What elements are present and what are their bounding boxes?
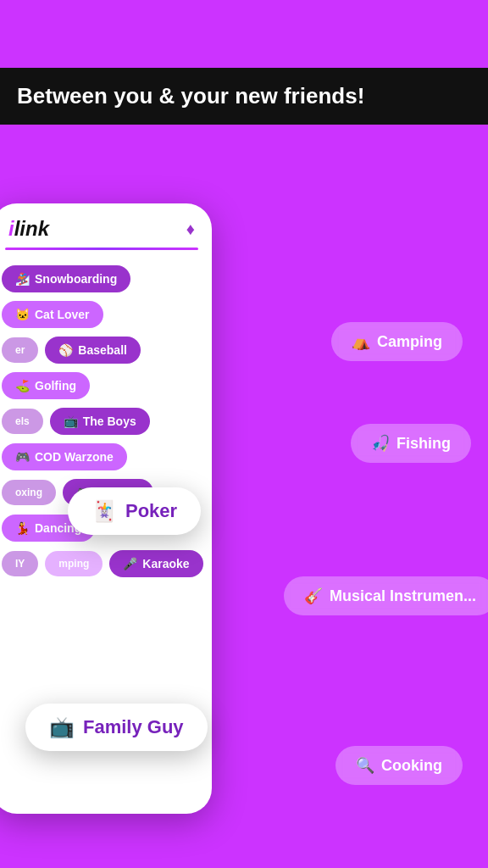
karaoke-label: Karaoke <box>142 557 189 570</box>
interest-golfing[interactable]: ⛳ Golfing <box>2 372 90 399</box>
dancing-emoji: 💃 <box>15 521 30 535</box>
phone-header: ilink ♦ <box>0 203 212 248</box>
row-6: 🎮 COD Warzone <box>2 443 202 470</box>
golfing-label: Golfing <box>35 379 76 392</box>
interest-partial-left: er <box>2 337 38 363</box>
baseball-emoji: ⚾ <box>58 343 73 357</box>
cat-lover-emoji: 🐱 <box>15 308 30 321</box>
row-4: ⛳ Golfing <box>2 372 202 399</box>
phone-interests-list: 🏂 Snowboarding 🐱 Cat Lover er ⚾ Baseball… <box>0 259 212 584</box>
diamond-icon: ♦ <box>186 220 195 239</box>
interest-partial-els: els <box>2 409 43 434</box>
top-banner: Between you & your new friends! <box>0 68 488 125</box>
row-9: IY mping 🎤 Karaoke <box>2 550 202 577</box>
row-3: er ⚾ Baseball <box>2 337 202 364</box>
floating-pill-musical[interactable]: 🎸 Musical Instrumen... <box>284 576 488 615</box>
poker-emoji: 🃏 <box>92 499 117 523</box>
baseball-label: Baseball <box>78 343 127 357</box>
musical-emoji: 🎸 <box>304 587 323 605</box>
golfing-emoji: ⛳ <box>15 379 30 392</box>
family-guy-emoji: 📺 <box>49 715 75 739</box>
floating-pill-fishing[interactable]: 🎣 Fishing <box>351 424 471 463</box>
phone-divider <box>5 248 198 250</box>
karaoke-emoji: 🎤 <box>123 557 137 570</box>
interest-cat-lover[interactable]: 🐱 Cat Lover <box>2 301 103 328</box>
popup-card-family-guy[interactable]: 📺 Family Guy <box>25 704 208 751</box>
interest-cod-warzone[interactable]: 🎮 COD Warzone <box>2 443 127 470</box>
row-5: els 📺 The Boys <box>2 408 202 435</box>
interest-baseball[interactable]: ⚾ Baseball <box>45 337 141 364</box>
snowboarding-emoji: 🏂 <box>15 272 30 286</box>
cooking-emoji: 🔍 <box>356 756 374 775</box>
floating-pill-cooking[interactable]: 🔍 Cooking <box>336 746 463 785</box>
poker-label: Poker <box>125 500 177 522</box>
row-1: 🏂 Snowboarding <box>2 265 202 292</box>
interest-partial-camping: mping <box>45 551 103 576</box>
fishing-emoji: 🎣 <box>371 434 390 453</box>
snowboarding-label: Snowboarding <box>35 272 117 286</box>
row-2: 🐱 Cat Lover <box>2 301 202 328</box>
musical-label: Musical Instrumen... <box>330 587 476 605</box>
family-guy-label: Family Guy <box>83 716 184 738</box>
interest-partial-diy: IY <box>2 551 38 576</box>
cooking-label: Cooking <box>381 757 442 775</box>
the-boys-label: The Boys <box>83 415 136 428</box>
banner-text: Between you & your new friends! <box>17 83 364 108</box>
fishing-label: Fishing <box>396 435 451 453</box>
cod-emoji: 🎮 <box>15 450 30 464</box>
camping-emoji: ⛺ <box>352 332 370 351</box>
popup-card-poker[interactable]: 🃏 Poker <box>68 487 201 535</box>
interest-the-boys[interactable]: 📺 The Boys <box>50 408 150 435</box>
the-boys-emoji: 📺 <box>64 415 78 428</box>
cat-lover-label: Cat Lover <box>35 308 90 321</box>
interest-karaoke[interactable]: 🎤 Karaoke <box>109 550 202 577</box>
interest-snowboarding[interactable]: 🏂 Snowboarding <box>2 265 130 292</box>
interest-partial-boxing: oxing <box>2 480 56 505</box>
cod-label: COD Warzone <box>35 450 114 464</box>
floating-pill-camping[interactable]: ⛺ Camping <box>331 322 463 361</box>
camping-label: Camping <box>377 333 442 351</box>
app-logo: ilink <box>8 217 49 241</box>
